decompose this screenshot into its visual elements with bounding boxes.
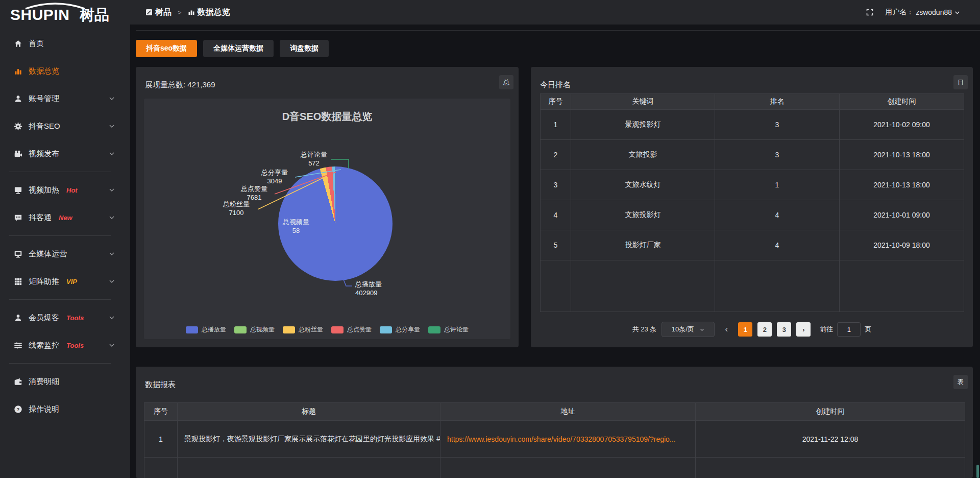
column-header-创建时间: 创建时间 bbox=[696, 403, 965, 421]
sidebar-item-会员爆客[interactable]: 会员爆客Tools bbox=[0, 304, 130, 331]
grid-icon bbox=[13, 277, 22, 286]
report-table: 序号标题地址创建时间1景观投影灯，夜游景观投影灯厂家展示展示落花灯在花园里的灯光… bbox=[144, 402, 965, 478]
table-view-button[interactable]: 表 bbox=[953, 375, 968, 389]
legend-item-总粉丝量[interactable]: 总粉丝量 bbox=[283, 325, 323, 334]
page-button-1[interactable]: 1 bbox=[738, 322, 752, 337]
total-view-button[interactable]: 总 bbox=[499, 75, 513, 89]
chevron-down-icon bbox=[109, 214, 115, 221]
chat-icon bbox=[13, 213, 22, 222]
pie-label-name: 总播放量 bbox=[355, 280, 382, 289]
person-icon bbox=[13, 313, 22, 322]
screen-play-icon bbox=[13, 185, 22, 195]
pie-chart-area: D音SEO数据量总览 总播放量402909总视频量58总粉丝量7100总点赞量7… bbox=[144, 99, 510, 339]
rank-panel-title: 今日排名 bbox=[540, 80, 571, 90]
sidebar-item-抖音SEO[interactable]: 抖音SEO bbox=[0, 112, 130, 140]
column-header-标题: 标题 bbox=[178, 403, 440, 421]
sidebar-divider bbox=[9, 235, 111, 236]
goto-page-input[interactable] bbox=[837, 322, 861, 337]
sidebar-item-label: 会员爆客 bbox=[29, 313, 59, 323]
user-menu[interactable]: 用户名： zswodun88 bbox=[885, 8, 961, 17]
page-button-2[interactable]: 2 bbox=[757, 322, 772, 337]
sidebar-item-操作说明[interactable]: ?操作说明 bbox=[0, 395, 130, 423]
sidebar-item-label: 矩阵助推 bbox=[29, 277, 59, 286]
create-time-cell: 2021-11-22 12:08 bbox=[696, 421, 965, 458]
row-index-cell: 1 bbox=[144, 421, 178, 458]
prev-page-button[interactable]: ‹ bbox=[720, 322, 733, 337]
sidebar-item-视频加热[interactable]: 视频加热Hot bbox=[0, 176, 130, 204]
top-bar: SHUPIN 树品 树品 > 数据总览 用户名： zswodun88 bbox=[0, 0, 980, 25]
legend-item-总点赞量[interactable]: 总点赞量 bbox=[331, 325, 372, 334]
pagination: 共 23 条 10条/页 ‹ 123 › 前往 页 bbox=[531, 322, 973, 337]
sidebar-item-badge: Tools bbox=[66, 342, 84, 349]
page-button-3[interactable]: 3 bbox=[777, 322, 791, 337]
sidebar-item-矩阵助推[interactable]: 矩阵助推VIP bbox=[0, 268, 130, 295]
empty-cell bbox=[178, 458, 440, 478]
tab-询盘数据[interactable]: 询盘数据 bbox=[280, 40, 329, 57]
sidebar-item-全媒体运营[interactable]: 全媒体运营 bbox=[0, 240, 130, 268]
sidebar-item-数据总览[interactable]: 数据总览 bbox=[0, 57, 130, 85]
sidebar-item-label: 抖音SEO bbox=[29, 122, 60, 131]
chevron-down-icon bbox=[109, 187, 115, 193]
svg-text:SHUPIN: SHUPIN bbox=[10, 6, 69, 23]
table-cell: 3 bbox=[541, 170, 571, 200]
page-size-select[interactable]: 10条/页 bbox=[662, 322, 715, 337]
bar-chart-icon bbox=[188, 9, 195, 16]
app-logo[interactable]: SHUPIN 树品 bbox=[0, 2, 130, 23]
breadcrumb-separator: > bbox=[178, 9, 182, 16]
tab-全媒体运营数据[interactable]: 全媒体运营数据 bbox=[203, 40, 274, 57]
sidebar-item-badge: VIP bbox=[66, 278, 77, 285]
gear-icon bbox=[13, 122, 22, 131]
chevron-down-icon bbox=[954, 9, 961, 16]
legend-marker bbox=[331, 326, 344, 333]
pie-label-name: 总点赞量 bbox=[241, 184, 267, 193]
legend-item-总播放量[interactable]: 总播放量 bbox=[186, 325, 226, 334]
home-icon bbox=[13, 39, 22, 48]
sidebar-item-视频发布[interactable]: 视频发布 bbox=[0, 140, 130, 168]
table-cell: 2021-10-13 18:00 bbox=[840, 140, 964, 170]
sidebar-item-线索监控[interactable]: 线索监控Tools bbox=[0, 331, 130, 359]
sidebar-item-label: 抖客通 bbox=[29, 213, 52, 223]
pie-label-value: 402909 bbox=[355, 289, 382, 297]
chevron-down-icon bbox=[109, 251, 115, 257]
table-cell: 1 bbox=[715, 170, 840, 200]
empty-cell bbox=[440, 458, 696, 478]
pie-label-value: 7100 bbox=[223, 208, 250, 217]
breadcrumb-item-current[interactable]: 数据总览 bbox=[188, 7, 230, 18]
video-url-link[interactable]: https://www.iesdouyin.com/share/video/70… bbox=[440, 421, 696, 458]
daily-view-button[interactable]: 日 bbox=[953, 75, 968, 89]
scrollbar-thumb[interactable] bbox=[976, 465, 979, 478]
legend-marker bbox=[380, 326, 392, 333]
breadcrumb: 树品 > 数据总览 bbox=[145, 7, 230, 18]
legend-item-总视频量[interactable]: 总视频量 bbox=[234, 325, 275, 334]
legend-marker bbox=[283, 326, 295, 333]
pie-label-name: 总评论量 bbox=[301, 150, 327, 159]
sidebar-divider bbox=[9, 172, 111, 172]
pie-label-总点赞量: 总点赞量7681 bbox=[241, 184, 267, 202]
pie-label-value: 7681 bbox=[241, 193, 267, 202]
sidebar-item-消费明细[interactable]: 消费明细 bbox=[0, 368, 130, 395]
breadcrumb-item-root[interactable]: 树品 bbox=[145, 7, 172, 18]
column-header-序号: 序号 bbox=[144, 403, 178, 421]
table-row: 1景观投影灯32021-10-02 09:00 bbox=[541, 110, 964, 140]
table-cell: 4 bbox=[715, 200, 840, 230]
sidebar-item-首页[interactable]: 首页 bbox=[0, 30, 130, 57]
empty-cell bbox=[571, 260, 715, 312]
legend-label: 总评论量 bbox=[444, 325, 469, 334]
pie-label-总粉丝量: 总粉丝量7100 bbox=[223, 200, 250, 217]
legend-item-总评论量[interactable]: 总评论量 bbox=[428, 325, 469, 334]
next-page-button[interactable]: › bbox=[796, 322, 811, 337]
pie-label-总视频量: 总视频量58 bbox=[283, 218, 309, 235]
pie-label-value: 572 bbox=[301, 159, 327, 168]
sidebar-item-账号管理[interactable]: 账号管理 bbox=[0, 85, 130, 112]
legend-item-总分享量[interactable]: 总分享量 bbox=[380, 325, 420, 334]
table-cell: 景观投影灯 bbox=[571, 110, 715, 140]
empty-row bbox=[144, 458, 965, 478]
bar-chart-icon bbox=[13, 66, 22, 76]
tab-抖音seo数据[interactable]: 抖音seo数据 bbox=[136, 40, 197, 57]
fullscreen-icon[interactable] bbox=[866, 8, 874, 16]
legend-label: 总视频量 bbox=[250, 325, 275, 334]
sliders-icon bbox=[13, 341, 22, 350]
sidebar-item-抖客通[interactable]: 抖客通New bbox=[0, 204, 130, 231]
table-row: 4文旅投影灯42021-10-01 09:00 bbox=[541, 200, 964, 230]
seo-chart-panel: 展现量总数: 421,369 总 D音SEO数据量总览 总播放量402909总视… bbox=[136, 67, 519, 347]
